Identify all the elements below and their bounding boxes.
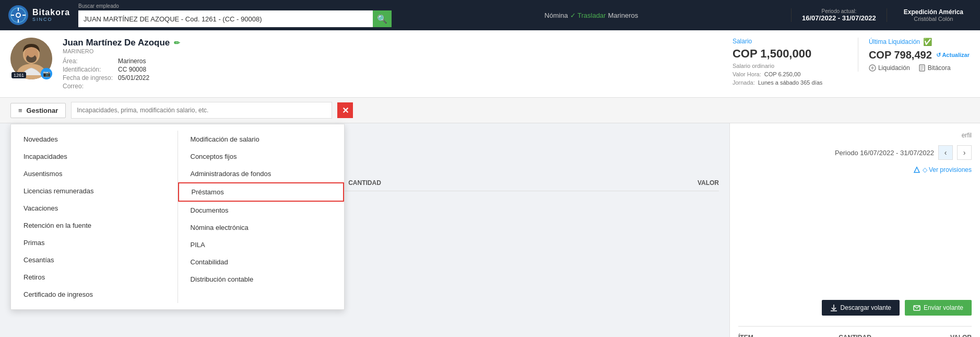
actualizar-link[interactable]: ↺ Actualizar — [936, 52, 970, 59]
menu-item-licencias[interactable]: Licencias remuneradas — [11, 182, 178, 200]
logo-text: Bitakora SINCO — [32, 8, 70, 22]
hora-label: Valor Hora: — [733, 71, 761, 77]
liq-amount-row: COP 798,492 ↺ Actualizar — [869, 49, 970, 61]
search-area: Buscar empleado 🔍 — [78, 3, 392, 27]
search-input[interactable] — [78, 10, 373, 27]
jornada-label: Jornada: — [733, 79, 755, 86]
top-navigation: Bitakora SINCO Buscar empleado 🔍 Nómina … — [0, 0, 980, 30]
menu-item-certificado[interactable]: Certificado de ingresos — [11, 286, 178, 303]
area-value: Marineros — [118, 57, 722, 65]
correo-label: Correo: — [63, 83, 113, 90]
liq-check-icon: ✅ — [923, 38, 932, 46]
employee-role: MARINERO — [63, 48, 722, 54]
id-value: CC 90008 — [118, 66, 722, 73]
menu-item-vacaciones[interactable]: Vacaciones — [11, 200, 178, 217]
gestionar-close-button[interactable]: ✕ — [337, 102, 353, 118]
menu-item-ausentismos[interactable]: Ausentismos — [11, 165, 178, 182]
correo-value[interactable] — [118, 83, 722, 90]
salary-hora: Valor Hora: COP 6.250,00 — [733, 71, 847, 77]
menu-item-retiros[interactable]: Retiros — [11, 269, 178, 286]
enviar-button[interactable]: Enviar volante — [905, 300, 972, 316]
liquidacion-link[interactable]: Liquidación — [869, 64, 910, 72]
salary-section: Salario COP 1,500,000 Salario ordinario … — [733, 38, 847, 86]
periodo-section: Periodo actual: 16/07/2022 - 31/07/2022 — [791, 8, 887, 22]
periodo-prev-button[interactable]: ‹ — [938, 145, 953, 160]
menu-item-incapacidades[interactable]: Incapacidades — [11, 148, 178, 165]
right-table-header: ÍTEM CANTIDAD VALOR — [738, 326, 972, 337]
gestionar-button[interactable]: ≡ Gestionar — [10, 103, 66, 118]
descargar-label: Descargar volante — [841, 304, 891, 311]
ingreso-value: 05/01/2022 — [118, 74, 722, 82]
col-valor-header: VALOR — [483, 179, 719, 187]
liquidacion-section: Última Liquidación ✅ COP 798,492 ↺ Actua… — [858, 38, 970, 72]
periodo-value: 16/07/2022 - 31/07/2022 — [802, 14, 876, 22]
right-panel-spacer — [738, 180, 972, 289]
liq-label: Última Liquidación — [869, 38, 920, 45]
employee-header: 1261 📷 Juan Martínez De Azoque ✏ MARINER… — [0, 30, 980, 98]
menu-item-nomina-electronica[interactable]: Nómina electrónica — [178, 219, 345, 236]
jornada-value: Lunes a sábado 365 días — [758, 79, 823, 86]
periodo-label: Periodo actual: — [822, 8, 857, 14]
employee-name: Juan Martínez De Azoque ✏ — [63, 38, 722, 48]
right-col-valor: VALOR — [894, 334, 972, 337]
action-row: Descargar volante Enviar volante — [738, 300, 972, 316]
trasladar-link[interactable]: ✓ Trasladar — [570, 11, 606, 19]
brand-name: Bitakora — [32, 8, 70, 17]
hora-value: COP 6.250,00 — [764, 71, 801, 77]
menu-item-retencion[interactable]: Retención en la fuente — [11, 217, 178, 234]
empresa-section: Expedición América Cristóbal Colón — [895, 8, 972, 22]
periodo-next-button[interactable]: › — [957, 145, 972, 160]
ver-provisiones-link[interactable]: ◇ Ver provisiones — [738, 166, 972, 173]
menu-item-administradoras[interactable]: Administradoras de fondos — [178, 165, 345, 182]
right-col-item: ÍTEM — [738, 334, 816, 337]
enviar-label: Enviar volante — [924, 304, 963, 311]
menu-item-pila[interactable]: PILA — [178, 236, 345, 253]
svg-point-11 — [27, 47, 36, 57]
nomina-label: Nómina — [545, 11, 568, 19]
svg-marker-17 — [914, 167, 919, 172]
search-row: 🔍 — [78, 10, 392, 27]
gestionar-bar: ≡ Gestionar Novedades Incapacidades Ause… — [0, 98, 980, 123]
gestionar-search-input[interactable] — [71, 102, 332, 119]
liq-links: Liquidación Bitácora — [869, 64, 970, 72]
marineros-label: Marineros — [608, 11, 638, 19]
menu-item-modificacion-salario[interactable]: Modificación de salario — [178, 131, 345, 148]
liq-header: Última Liquidación ✅ — [869, 38, 970, 46]
right-col-cantidad: CANTIDAD — [816, 334, 894, 337]
logo-icon — [8, 5, 28, 25]
menu-item-novedades[interactable]: Novedades — [11, 131, 178, 148]
salary-jornada: Jornada: Lunes a sábado 365 días — [733, 79, 847, 86]
empresa-name: Expedición América — [904, 8, 963, 16]
menu-item-contabilidad[interactable]: Contabilidad — [178, 253, 345, 271]
search-button[interactable]: 🔍 — [373, 10, 392, 27]
avatar-badge: 1261 — [11, 72, 26, 78]
nav-center: Nómina ✓ Trasladar Marineros — [400, 11, 783, 19]
menu-item-primas[interactable]: Primas — [11, 234, 178, 251]
perfil-label: erfil — [738, 132, 972, 139]
area-label: Área: — [63, 57, 113, 65]
dropdown-col-2: Modificación de salario Conceptos fijos … — [178, 131, 345, 303]
camera-icon[interactable]: 📷 — [41, 68, 52, 79]
menu-item-distribucion[interactable]: Distribución contable — [178, 271, 345, 288]
liq-amount: COP 798,492 — [869, 49, 932, 61]
gestionar-wrap: ≡ Gestionar Novedades Incapacidades Ause… — [10, 103, 66, 118]
menu-item-conceptos-fijos[interactable]: Conceptos fijos — [178, 148, 345, 165]
menu-item-cesantias[interactable]: Cesantías — [11, 251, 178, 269]
employee-info: Juan Martínez De Azoque ✏ MARINERO Área:… — [63, 38, 722, 90]
menu-item-prestamos[interactable]: Préstamos — [178, 182, 345, 202]
salary-label: Salario — [733, 38, 847, 45]
avatar-wrap: 1261 📷 — [10, 38, 52, 79]
periodo-text: Periodo 16/07/2022 - 31/07/2022 — [835, 149, 934, 157]
gestionar-dropdown: Novedades Incapacidades Ausentismos Lice… — [10, 124, 345, 310]
search-label: Buscar empleado — [78, 3, 392, 9]
ingreso-label: Fecha de ingreso: — [63, 74, 113, 82]
empresa-sub: Cristóbal Colón — [914, 16, 953, 22]
menu-item-documentos[interactable]: Documentos — [178, 202, 345, 219]
descargar-button[interactable]: Descargar volante — [822, 300, 900, 316]
bitacora-link[interactable]: Bitácora — [918, 64, 951, 72]
brand-sub: SINCO — [32, 17, 70, 22]
id-label: Identificación: — [63, 66, 113, 73]
edit-icon[interactable]: ✏ — [174, 39, 180, 47]
dropdown-col-1: Novedades Incapacidades Ausentismos Lice… — [11, 131, 178, 303]
hamburger-icon: ≡ — [18, 107, 22, 114]
